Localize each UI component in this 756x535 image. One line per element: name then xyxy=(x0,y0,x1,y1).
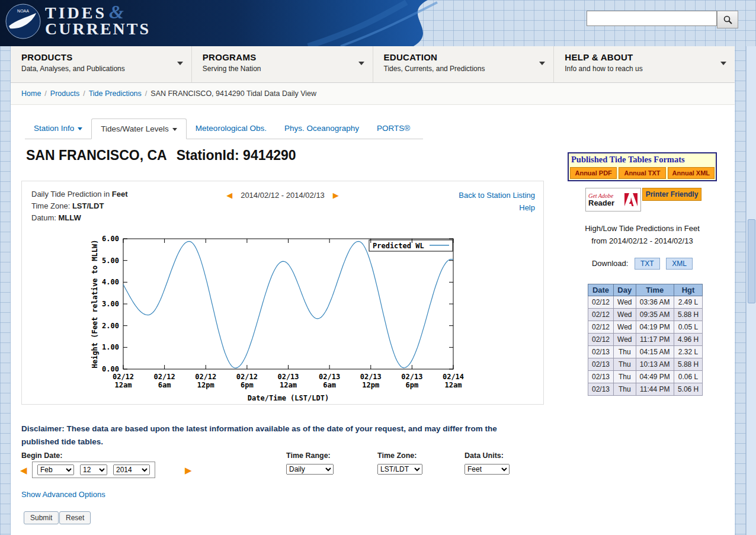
printer-friendly-button[interactable]: Printer Friendly xyxy=(642,188,701,201)
help-link[interactable]: Help xyxy=(459,201,535,214)
format-buttons-row: Annual PDF Annual TXT Annual XML xyxy=(569,166,716,180)
site-brand: TIDES& CURRENTS xyxy=(45,1,150,39)
next-date-arrow[interactable]: ▶ xyxy=(333,191,339,200)
svg-text:02/13: 02/13 xyxy=(401,373,422,381)
main-panel: Station Info Tides/Water Levels Meteorol… xyxy=(11,105,735,535)
nav-item-sublabel: Info and how to reach us xyxy=(565,65,735,73)
annual-txt-button[interactable]: Annual TXT xyxy=(619,167,665,179)
station-name: SAN FRANCISCO, CA xyxy=(26,148,167,163)
time-range-select[interactable]: Daily xyxy=(286,464,334,475)
tab-phys-oceanography[interactable]: Phys. Oceanography xyxy=(276,118,368,139)
annual-pdf-button[interactable]: Annual PDF xyxy=(570,167,617,179)
next-day-arrow[interactable]: ▶ xyxy=(185,465,192,476)
tab-bar: Station Info Tides/Water Levels Meteorol… xyxy=(25,118,423,139)
page: NOAA TIDES& CURRENTS PRODUCTS Data, Anal… xyxy=(0,0,756,535)
svg-text:4.00: 4.00 xyxy=(102,278,119,286)
tide-table-row: 02/13Thu04:15 AM2.32 L xyxy=(588,346,703,358)
nav-item-label: PRODUCTS xyxy=(21,52,191,62)
scrollbar-thumb[interactable] xyxy=(748,219,755,303)
time-zone-select[interactable]: LST/LDT xyxy=(377,464,422,475)
svg-text:02/14: 02/14 xyxy=(443,373,464,381)
svg-text:6pm: 6pm xyxy=(241,381,254,389)
chart-links: Back to Station Listing Help xyxy=(459,189,535,214)
breadcrumb-tide-predictions[interactable]: Tide Predictions xyxy=(89,89,142,98)
search-input[interactable] xyxy=(587,11,717,26)
col-day: Day xyxy=(614,284,636,296)
breadcrumb-separator: / xyxy=(83,89,85,98)
col-date: Date xyxy=(588,284,614,296)
tide-table-row: 02/13Thu04:49 PM0.06 L xyxy=(588,371,703,383)
year-select[interactable]: 2014 xyxy=(113,464,150,475)
reset-button[interactable]: Reset xyxy=(59,511,91,524)
nav-item-programs[interactable]: PROGRAMS Serving the Nation xyxy=(191,46,373,82)
header-search xyxy=(587,11,738,28)
nav-item-products[interactable]: PRODUCTS Data, Analyses, and Publication… xyxy=(11,46,191,82)
get-adobe-reader-badge[interactable]: Get Adobe Reader xyxy=(585,188,641,212)
tide-table-body: 02/12Wed03:36 AM2.49 L02/12Wed09:35 AM5.… xyxy=(588,296,703,396)
download-row: Download: TXT XML xyxy=(568,258,717,270)
disclaimer-text: Disclaimer: These data are based upon th… xyxy=(21,422,532,448)
svg-text:Date/Time (LST/LDT): Date/Time (LST/LDT) xyxy=(248,394,329,402)
nav-item-help-about[interactable]: HELP & ABOUT Info and how to reach us xyxy=(553,46,735,82)
search-button[interactable] xyxy=(717,11,738,28)
chevron-down-icon xyxy=(358,62,364,65)
back-to-station-listing-link[interactable]: Back to Station Listing xyxy=(459,189,535,201)
breadcrumb-products[interactable]: Products xyxy=(50,89,79,98)
adobe-logo-icon xyxy=(624,193,638,207)
svg-text:12pm: 12pm xyxy=(362,381,379,389)
download-label: Download: xyxy=(592,259,628,268)
download-txt-button[interactable]: TXT xyxy=(635,258,660,270)
data-units-select[interactable]: Feet xyxy=(465,464,510,475)
chevron-down-icon xyxy=(720,62,726,65)
brand-title-line2: CURRENTS xyxy=(45,20,150,39)
download-xml-button[interactable]: XML xyxy=(666,258,693,270)
nav-item-label: HELP & ABOUT xyxy=(565,52,735,62)
svg-text:6am: 6am xyxy=(158,381,171,389)
prev-day-arrow[interactable]: ◀ xyxy=(20,465,27,476)
annual-xml-button[interactable]: Annual XML xyxy=(668,167,715,179)
begin-date-label: Begin Date: xyxy=(21,451,62,460)
month-select[interactable]: Feb xyxy=(37,464,74,475)
svg-text:02/12: 02/12 xyxy=(236,373,258,381)
time-range-label: Time Range: xyxy=(286,451,331,460)
datum-line: Datum: MLLW xyxy=(31,212,128,224)
tide-table-row: 02/12Wed09:35 AM5.88 H xyxy=(588,309,703,321)
tide-table-row: 02/13Thu11:44 PM5.06 H xyxy=(588,383,703,396)
nav-item-sublabel: Tides, Currents, and Predictions xyxy=(384,65,554,73)
tab-meteorological-obs[interactable]: Meteorological Obs. xyxy=(187,118,276,139)
svg-text:0.00: 0.00 xyxy=(102,365,119,373)
svg-text:Height (Feet relative to MLLW): Height (Feet relative to MLLW) xyxy=(91,240,99,369)
nav-item-education[interactable]: EDUCATION Tides, Currents, and Predictio… xyxy=(373,46,554,82)
col-time: Time xyxy=(636,284,674,296)
tide-table-row: 02/12Wed11:17 PM4.96 H xyxy=(588,334,703,346)
tab-station-info[interactable]: Station Info xyxy=(25,118,91,139)
tide-chart: 6.005.004.003.002.001.000.0002/1212am02/… xyxy=(22,233,543,404)
breadcrumb-separator: / xyxy=(44,89,46,98)
svg-text:02/12: 02/12 xyxy=(113,373,134,381)
breadcrumb-separator: / xyxy=(145,89,147,98)
tide-chart-panel: Daily Tide Prediction in Feet Time Zone:… xyxy=(21,181,544,405)
page-scrollbar[interactable] xyxy=(746,46,756,535)
tab-tides-water-levels[interactable]: Tides/Water Levels xyxy=(91,118,187,139)
station-id: StationId: 9414290 xyxy=(177,148,296,163)
show-advanced-options-link[interactable]: Show Advanced Options xyxy=(21,490,105,499)
noaa-logo[interactable]: NOAA xyxy=(5,3,41,40)
svg-text:Predicted WL: Predicted WL xyxy=(373,242,424,250)
prev-date-arrow[interactable]: ◀ xyxy=(226,191,232,200)
submit-button[interactable]: Submit xyxy=(24,511,59,524)
begin-date-group: Feb 12 2014 xyxy=(32,462,155,478)
time-zone-line: Time Zone: LST/LDT xyxy=(31,200,128,212)
data-units-label: Data Units: xyxy=(465,451,504,460)
breadcrumb-current: SAN FRANCISCO, 9414290 Tidal Data Daily … xyxy=(150,89,316,98)
breadcrumb-home[interactable]: Home xyxy=(21,89,41,98)
highlow-tide-table: Date Day Time Hgt 02/12Wed03:36 AM2.49 L… xyxy=(588,284,703,396)
tide-table-header-row: Date Day Time Hgt xyxy=(588,284,703,296)
svg-text:02/13: 02/13 xyxy=(360,373,382,381)
breadcrumb: Home/Products/Tide Predictions/SAN FRANC… xyxy=(11,83,735,105)
chevron-down-icon xyxy=(78,127,82,130)
svg-text:12am: 12am xyxy=(445,381,462,389)
tab-ports[interactable]: PORTS® xyxy=(368,118,419,139)
nav-item-label: PROGRAMS xyxy=(203,52,373,62)
day-select[interactable]: 12 xyxy=(80,464,107,475)
nav-item-sublabel: Serving the Nation xyxy=(203,65,373,73)
